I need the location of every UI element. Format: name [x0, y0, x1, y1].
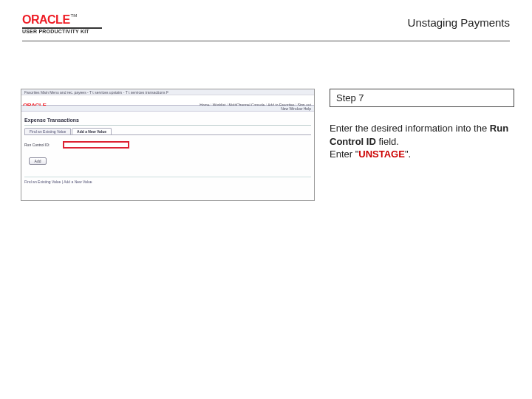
- run-control-id-label: Run Control ID:: [24, 143, 50, 147]
- instr-line1b: field.: [376, 136, 399, 147]
- scr-breadcrumb-bar: Favorites Main Menu and rec. payees - T …: [21, 89, 314, 95]
- run-control-id-input[interactable]: [63, 141, 129, 149]
- oracle-logo: ORACLE: [22, 13, 70, 26]
- instr-value: UNSTAGE: [358, 149, 405, 160]
- tm-mark: TM: [71, 13, 78, 18]
- instr-line2a: Enter ": [330, 149, 358, 160]
- scr-section-title: Expense Transactions: [24, 117, 79, 123]
- instruction-panel: Step 7 Enter the desired information int…: [330, 89, 510, 161]
- instr-line2b: ".: [405, 149, 411, 160]
- embedded-screenshot: Favorites Main Menu and rec. payees - T …: [21, 89, 315, 201]
- tab-find-existing[interactable]: Find an Existing Value: [24, 128, 71, 134]
- instruction-text: Enter the desired information into the R…: [330, 122, 514, 161]
- logo-block: ORACLETM USER PRODUCTIVITY KIT: [22, 13, 102, 34]
- scr-tab-strip: Find an Existing Value Add a New Value: [24, 128, 111, 134]
- instr-line1a: Enter the desired information into the: [330, 123, 490, 134]
- page-header: ORACLETM USER PRODUCTIVITY KIT Unstaging…: [22, 15, 510, 41]
- content-area: Favorites Main Menu and rec. payees - T …: [21, 89, 510, 201]
- tab-add-new[interactable]: Add a New Value: [72, 128, 112, 134]
- logo-subtitle: USER PRODUCTIVITY KIT: [22, 29, 102, 34]
- document-title: Unstaging Payments: [408, 16, 510, 29]
- step-label: Step 7: [330, 89, 514, 107]
- scr-sub-bar: New Window Help: [21, 106, 314, 112]
- add-button[interactable]: Add: [29, 157, 47, 165]
- scr-branding-bar: ORACLE Home | Worklist | MultiChannel Co…: [21, 95, 314, 106]
- scr-tab-rule: [24, 134, 311, 135]
- scr-section-rule: [24, 125, 311, 126]
- scr-footer-links[interactable]: Find an Existing Value | Add a New Value: [24, 180, 92, 184]
- scr-footer-rule: [24, 177, 311, 177]
